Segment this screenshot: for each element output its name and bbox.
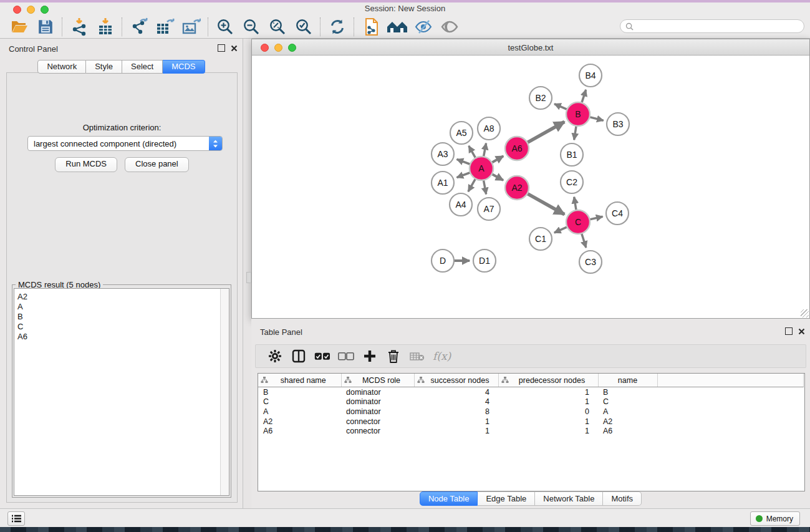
hide-selected-icon[interactable] — [410, 16, 436, 37]
graph-node-B3[interactable]: B3 — [607, 113, 629, 135]
cell[interactable]: A — [258, 407, 341, 417]
first-neighbors-icon[interactable] — [384, 16, 410, 37]
table-row-A6[interactable]: A6connector11A6 — [258, 426, 804, 436]
cell[interactable]: connector — [341, 417, 414, 427]
mcds-result-item[interactable]: B — [14, 312, 229, 322]
refresh-icon[interactable] — [324, 16, 350, 37]
graph-node-A[interactable]: A — [470, 157, 493, 180]
tab-node-table[interactable]: Node Table — [420, 491, 478, 506]
export-image-icon[interactable] — [178, 16, 205, 37]
tab-motifs[interactable]: Motifs — [603, 491, 642, 506]
network-canvas[interactable]: AA6A2BCA5A8A3A1A4A7B2B4B3B1C2C4C1C3DD1 — [252, 56, 809, 318]
close-panel-button[interactable]: Close panel — [125, 157, 189, 172]
graph-edge-C-C2[interactable] — [574, 197, 577, 211]
zoom-fit-icon[interactable] — [264, 16, 291, 37]
cell[interactable]: B — [258, 387, 341, 397]
cell[interactable]: 0 — [498, 407, 598, 417]
cell[interactable]: 8 — [414, 407, 498, 417]
table-row-C[interactable]: Cdominator41C — [258, 397, 804, 407]
add-column-icon[interactable] — [358, 346, 382, 366]
graph-node-A8[interactable]: A8 — [478, 117, 500, 140]
graph-edge-B-B2[interactable] — [554, 104, 567, 110]
graph-edge-A-A3[interactable] — [457, 159, 471, 164]
cell[interactable]: A — [598, 407, 657, 417]
tab-mcds[interactable]: MCDS — [163, 60, 205, 74]
import-table-icon[interactable] — [92, 16, 118, 37]
memory-button[interactable]: Memory — [750, 511, 800, 526]
cell[interactable]: 1 — [498, 417, 598, 427]
delete-column-trash-icon[interactable] — [382, 346, 405, 366]
column-header-MCDS-role[interactable]: MCDS role — [341, 374, 414, 387]
search-field[interactable] — [620, 19, 804, 33]
network-window-titlebar[interactable]: testGlobe.txt — [252, 39, 809, 56]
float-table-panel-icon[interactable] — [785, 327, 793, 335]
graph-node-B2[interactable]: B2 — [529, 87, 552, 109]
tab-style[interactable]: Style — [86, 60, 122, 74]
cell[interactable]: A2 — [598, 417, 657, 427]
graph-edge-A-A5[interactable] — [469, 146, 476, 158]
tab-select[interactable]: Select — [122, 60, 163, 74]
graph-node-A4[interactable]: A4 — [450, 193, 472, 216]
cell[interactable]: 1 — [498, 387, 598, 397]
graph-edge-A-A6[interactable] — [491, 156, 504, 163]
zoom-out-icon[interactable] — [238, 16, 264, 37]
resize-grip-icon[interactable] — [801, 309, 809, 317]
search-input[interactable] — [634, 20, 804, 32]
graph-edge-B-B1[interactable] — [574, 125, 577, 140]
close-table-panel-icon[interactable] — [798, 328, 805, 335]
cell[interactable]: 1 — [498, 397, 598, 407]
column-header-shared-name[interactable]: shared name — [258, 374, 341, 387]
import-network-icon[interactable] — [66, 16, 92, 37]
open-file-icon[interactable] — [6, 16, 32, 37]
close-panel-icon[interactable] — [231, 45, 238, 52]
node-table-grid[interactable]: shared nameMCDS rolesuccessor nodesprede… — [258, 374, 804, 436]
cell[interactable]: A6 — [258, 426, 341, 436]
graph-node-D1[interactable]: D1 — [473, 249, 496, 272]
table-row-B[interactable]: Bdominator41B — [258, 387, 804, 397]
left-divider-handle[interactable] — [246, 272, 251, 283]
show-all-icon[interactable] — [436, 16, 463, 37]
cell[interactable]: 1 — [414, 417, 498, 427]
cell[interactable]: 4 — [414, 397, 498, 407]
graph-edge-C-C3[interactable] — [581, 233, 586, 248]
graph-node-C1[interactable]: C1 — [529, 228, 552, 250]
graph-node-C3[interactable]: C3 — [579, 251, 602, 273]
cell[interactable]: 1 — [414, 426, 498, 436]
mcds-result-item[interactable]: A6 — [14, 332, 229, 342]
cell[interactable]: connector — [341, 426, 414, 436]
graph-edge-A-A7[interactable] — [483, 180, 486, 195]
cell[interactable]: B — [598, 387, 657, 397]
cell[interactable]: 4 — [414, 387, 498, 397]
cell[interactable]: dominator — [341, 387, 414, 397]
graph-edge-C-C4[interactable] — [589, 216, 603, 220]
save-session-icon[interactable] — [32, 16, 59, 37]
column-header-name[interactable]: name — [598, 374, 657, 387]
cell[interactable]: dominator — [341, 407, 414, 417]
graph-edge-A-A4[interactable] — [468, 178, 476, 191]
tab-network-table[interactable]: Network Table — [535, 491, 603, 506]
export-table-icon[interactable] — [152, 16, 178, 37]
cell[interactable]: dominator — [341, 397, 414, 407]
graph-edge-C-C1[interactable] — [554, 226, 568, 233]
column-header-successor-nodes[interactable]: successor nodes — [414, 374, 498, 387]
cell[interactable]: C — [258, 397, 341, 407]
graph-edge-A-A8[interactable] — [483, 143, 486, 158]
column-header-predecessor-nodes[interactable]: predecessor nodes — [498, 374, 598, 387]
cell[interactable]: C — [598, 397, 657, 407]
mcds-result-item[interactable]: A2 — [14, 292, 229, 302]
graph-node-A3[interactable]: A3 — [432, 143, 454, 165]
zoom-in-icon[interactable] — [212, 16, 238, 37]
deselect-all-icon[interactable] — [334, 346, 358, 366]
graph-node-A2[interactable]: A2 — [505, 176, 529, 200]
graph-edge-A-A1[interactable] — [457, 172, 471, 177]
cell[interactable]: A6 — [598, 426, 657, 436]
graph-node-C4[interactable]: C4 — [606, 202, 629, 225]
select-all-icon[interactable] — [311, 346, 334, 366]
mcds-result-item[interactable]: C — [14, 322, 229, 332]
tab-edge-table[interactable]: Edge Table — [478, 491, 535, 506]
graph-node-B[interactable]: B — [566, 102, 590, 126]
graph-node-C[interactable]: C — [566, 210, 590, 234]
delete-table-icon[interactable] — [405, 346, 429, 366]
mcds-result-item[interactable]: A — [14, 302, 229, 312]
task-list-button[interactable] — [7, 511, 25, 526]
